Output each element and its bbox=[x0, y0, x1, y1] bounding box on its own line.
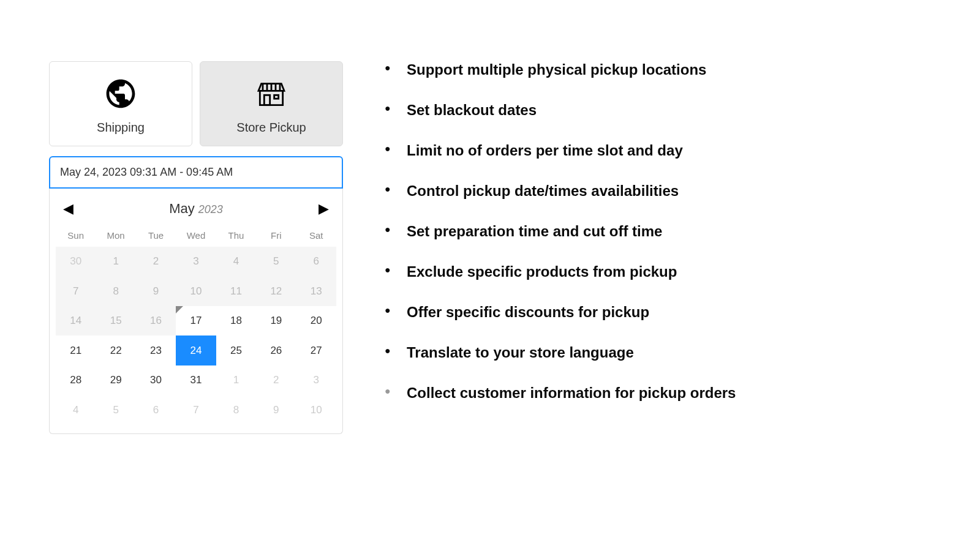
month-label: May bbox=[169, 201, 195, 216]
weekday-label: Thu bbox=[216, 227, 256, 244]
weekday-label: Mon bbox=[96, 227, 135, 244]
calendar-day: 1 bbox=[96, 247, 135, 276]
calendar-day[interactable]: 20 bbox=[296, 306, 336, 335]
weekday-label: Fri bbox=[256, 227, 296, 244]
calendar-day: 10 bbox=[176, 276, 216, 305]
calendar-day[interactable]: 7 bbox=[176, 395, 216, 424]
calendar-day[interactable]: 8 bbox=[216, 395, 256, 424]
calendar-day[interactable]: 1 bbox=[216, 365, 256, 395]
feature-item: Set blackout dates bbox=[380, 102, 931, 119]
right-panel: Support multiple physical pickup locatio… bbox=[380, 61, 931, 490]
left-panel: Shipping Store Pickup May 24, 2023 09:31… bbox=[49, 61, 343, 490]
calendar-day[interactable]: 29 bbox=[96, 365, 135, 395]
feature-item: Offer specific discounts for pickup bbox=[380, 304, 931, 321]
feature-item: Control pickup date/times availabilities bbox=[380, 182, 931, 200]
calendar-day: 3 bbox=[176, 247, 216, 276]
calendar: ◀ May 2023 ▶ SunMonTueWedThuFriSat 30123… bbox=[49, 189, 343, 434]
calendar-day: 12 bbox=[256, 276, 296, 305]
calendar-day[interactable]: 4 bbox=[56, 395, 96, 424]
calendar-day[interactable]: 31 bbox=[176, 365, 216, 395]
datetime-input[interactable]: May 24, 2023 09:31 AM - 09:45 AM bbox=[49, 156, 343, 189]
svg-rect-6 bbox=[274, 95, 279, 99]
prev-month-icon[interactable]: ◀ bbox=[63, 201, 74, 217]
calendar-day: 6 bbox=[296, 247, 336, 276]
calendar-day[interactable]: 27 bbox=[296, 335, 336, 365]
next-month-icon[interactable]: ▶ bbox=[318, 201, 329, 217]
calendar-day[interactable]: 19 bbox=[256, 306, 296, 335]
calendar-day: 7 bbox=[56, 276, 96, 305]
weekday-label: Tue bbox=[136, 227, 176, 244]
calendar-day: 13 bbox=[296, 276, 336, 305]
calendar-day[interactable]: 3 bbox=[296, 365, 336, 395]
feature-item: Limit no of orders per time slot and day bbox=[380, 142, 931, 159]
calendar-day: 15 bbox=[96, 306, 135, 335]
calendar-day: 8 bbox=[96, 276, 135, 305]
feature-item: Collect customer information for pickup … bbox=[380, 384, 931, 402]
calendar-day: 2 bbox=[136, 247, 176, 276]
feature-item: Exclude specific products from pickup bbox=[380, 263, 931, 280]
calendar-day[interactable]: 28 bbox=[56, 365, 96, 395]
feature-item: Set preparation time and cut off time bbox=[380, 223, 931, 240]
days-grid: 3012345678910111213141516171819202122232… bbox=[56, 247, 336, 425]
calendar-day: 30 bbox=[56, 247, 96, 276]
feature-item: Support multiple physical pickup locatio… bbox=[380, 61, 931, 78]
store-icon bbox=[254, 77, 288, 121]
calendar-day[interactable]: 24 bbox=[176, 335, 216, 365]
calendar-day[interactable]: 17 bbox=[176, 306, 216, 335]
calendar-day: 11 bbox=[216, 276, 256, 305]
calendar-header: ◀ May 2023 ▶ bbox=[56, 197, 336, 220]
month-year-label: May 2023 bbox=[169, 201, 223, 217]
calendar-day[interactable]: 21 bbox=[56, 335, 96, 365]
globe-icon bbox=[104, 77, 138, 121]
tab-shipping[interactable]: Shipping bbox=[49, 61, 192, 146]
calendar-day[interactable]: 10 bbox=[296, 395, 336, 424]
tab-pickup-label: Store Pickup bbox=[236, 121, 306, 135]
calendar-day[interactable]: 22 bbox=[96, 335, 135, 365]
calendar-day: 9 bbox=[136, 276, 176, 305]
calendar-day[interactable]: 25 bbox=[216, 335, 256, 365]
year-label: 2023 bbox=[198, 203, 223, 216]
calendar-day[interactable]: 9 bbox=[256, 395, 296, 424]
tab-shipping-label: Shipping bbox=[97, 121, 145, 135]
delivery-tabs: Shipping Store Pickup bbox=[49, 61, 343, 146]
calendar-day[interactable]: 18 bbox=[216, 306, 256, 335]
feature-item: Translate to your store language bbox=[380, 344, 931, 361]
calendar-day[interactable]: 30 bbox=[136, 365, 176, 395]
weekday-label: Sun bbox=[56, 227, 96, 244]
calendar-day[interactable]: 2 bbox=[256, 365, 296, 395]
calendar-day[interactable]: 6 bbox=[136, 395, 176, 424]
weekday-label: Sat bbox=[296, 227, 336, 244]
tab-store-pickup[interactable]: Store Pickup bbox=[200, 61, 343, 146]
calendar-day[interactable]: 23 bbox=[136, 335, 176, 365]
calendar-day: 14 bbox=[56, 306, 96, 335]
svg-rect-5 bbox=[264, 95, 270, 105]
weekday-row: SunMonTueWedThuFriSat bbox=[56, 227, 336, 244]
feature-list: Support multiple physical pickup locatio… bbox=[380, 61, 931, 402]
calendar-day[interactable]: 5 bbox=[96, 395, 135, 424]
calendar-day[interactable]: 26 bbox=[256, 335, 296, 365]
weekday-label: Wed bbox=[176, 227, 216, 244]
calendar-day: 5 bbox=[256, 247, 296, 276]
calendar-day: 16 bbox=[136, 306, 176, 335]
calendar-day: 4 bbox=[216, 247, 256, 276]
